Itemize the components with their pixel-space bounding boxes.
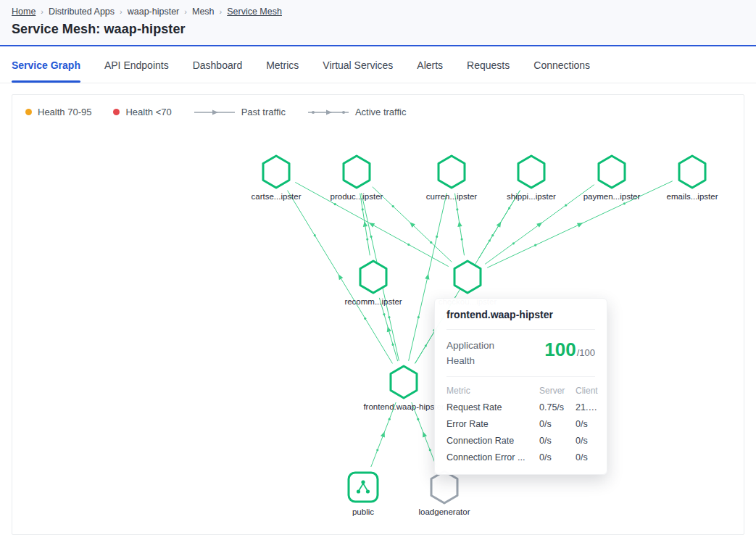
tooltip-table-cell: Error Rate xyxy=(446,419,539,429)
tooltip-table-cell: Request Rate xyxy=(446,402,539,412)
legend-label: Health <70 xyxy=(125,107,171,117)
tab-connections[interactable]: Connections xyxy=(533,48,590,83)
tooltip-table-cell: Connection Error ... xyxy=(446,452,539,463)
hexagon-service-icon xyxy=(357,259,390,295)
hexagon-service-icon xyxy=(451,259,484,295)
tooltip-table-header: Server xyxy=(539,386,576,396)
tooltip-health-max: /100 xyxy=(577,347,595,358)
graph-node-cart[interactable] xyxy=(259,154,293,190)
tooltip-table-cell: Connection Rate xyxy=(446,436,539,446)
hexagon-service-icon xyxy=(515,154,548,190)
tab-api-endpoints[interactable]: API Endpoints xyxy=(104,48,169,83)
legend-label: Active traffic xyxy=(355,107,407,117)
edge-loadgenerator-frontend xyxy=(412,402,436,467)
tab-dashboard[interactable]: Dashboard xyxy=(193,48,243,83)
graph-node-currency[interactable] xyxy=(435,154,468,190)
legend-item-active-traffic: Active traffic xyxy=(307,107,407,117)
graph-node-label-loadgenerator[interactable]: loadgenerator xyxy=(390,507,499,516)
tooltip-table-cell: 0/s xyxy=(576,436,598,446)
tooltip-health-label: Application Health xyxy=(446,339,519,369)
edge-public-frontend xyxy=(371,402,396,467)
hexagon-service-icon xyxy=(259,154,293,190)
hexagon-service-icon xyxy=(387,364,420,400)
tab-metrics[interactable]: Metrics xyxy=(266,48,299,83)
legend-item-past-traffic: Past traffic xyxy=(194,107,286,117)
breadcrumb-separator: › xyxy=(41,7,43,16)
legend-item-health-70-95: Health 70-95 xyxy=(25,107,91,117)
edge-checkout-currency xyxy=(455,194,465,256)
tooltip-table-cell: 21.7/s xyxy=(576,402,598,412)
past-traffic-line-icon xyxy=(194,109,236,116)
tooltip-table-cell: 0/s xyxy=(539,436,576,446)
tooltip-table-header: Client xyxy=(576,386,598,396)
hexagon-service-icon xyxy=(435,154,468,190)
tab-bar: Service GraphAPI EndpointsDashboardMetri… xyxy=(0,48,756,83)
active-traffic-line-icon xyxy=(307,109,349,116)
graph-node-public[interactable] xyxy=(346,470,380,504)
graph-node-product[interactable] xyxy=(340,154,373,190)
breadcrumb-item-service-mesh[interactable]: Service Mesh xyxy=(227,7,282,17)
edge-frontend-recommendation xyxy=(379,298,397,361)
tooltip-table-cell: 0.75/s xyxy=(539,402,576,412)
tab-service-graph[interactable]: Service Graph xyxy=(12,48,80,83)
graph-node-recommendation[interactable] xyxy=(357,259,390,295)
gateway-icon xyxy=(346,470,380,504)
breadcrumb: Home›Distributed Apps›waap-hipster›Mesh›… xyxy=(12,7,744,17)
hexagon-service-icon xyxy=(340,154,373,190)
graph-node-frontend[interactable] xyxy=(387,364,420,400)
breadcrumb-item-distributed-apps[interactable]: Distributed Apps xyxy=(49,7,115,17)
tab-requests[interactable]: Requests xyxy=(467,48,510,83)
breadcrumb-item-mesh[interactable]: Mesh xyxy=(192,7,215,17)
page-title: Service Mesh: waap-hipster xyxy=(12,22,744,37)
legend-label: Health 70-95 xyxy=(38,107,91,117)
breadcrumb-item-home[interactable]: Home xyxy=(12,7,36,17)
legend-item-health-70: Health <70 xyxy=(113,107,171,117)
tooltip-service-name: frontend.waap-hipster xyxy=(446,309,595,330)
tooltip-table-cell: 0/s xyxy=(539,452,576,463)
hexagon-service-icon xyxy=(595,154,628,190)
tooltip-health: Application Health 100 /100 xyxy=(446,339,595,377)
hexagon-service-icon xyxy=(676,154,709,190)
legend-dot-icon xyxy=(113,109,120,115)
graph-node-shipping[interactable] xyxy=(515,154,548,190)
breadcrumb-separator: › xyxy=(120,7,122,16)
graph-node-email[interactable] xyxy=(676,154,709,190)
tooltip-table-cell: 0/s xyxy=(576,452,598,463)
tooltip-table-cell: 0/s xyxy=(576,419,598,429)
legend-label: Past traffic xyxy=(241,107,286,117)
service-graph-panel: Health 70-95Health <70Past trafficActive… xyxy=(12,94,744,535)
graph-node-label-product[interactable]: produc...ipster xyxy=(302,192,411,201)
graph-node-checkout[interactable] xyxy=(451,259,484,295)
tooltip-table-cell: 0/s xyxy=(539,419,576,429)
graph-edges xyxy=(12,95,744,534)
tab-alerts[interactable]: Alerts xyxy=(417,48,443,83)
breadcrumb-item-waap-hipster[interactable]: waap-hipster xyxy=(128,7,180,17)
tooltip-health-value: 100 xyxy=(544,339,576,361)
breadcrumb-separator: › xyxy=(220,7,223,16)
breadcrumb-separator: › xyxy=(184,7,187,16)
node-tooltip: frontend.waap-hipster Application Health… xyxy=(434,298,607,475)
page-header: Home›Distributed Apps›waap-hipster›Mesh›… xyxy=(0,0,756,46)
tooltip-metrics-table: MetricServerClientRequest Rate0.75/s21.7… xyxy=(446,386,595,463)
graph-node-label-email[interactable]: emails...ipster xyxy=(638,192,747,201)
graph-node-label-recommendation[interactable]: recomm...ipster xyxy=(319,297,428,306)
graph-legend: Health 70-95Health <70Past trafficActive… xyxy=(25,107,406,117)
graph-node-payment[interactable] xyxy=(595,154,628,190)
tooltip-table-header: Metric xyxy=(446,386,539,396)
tab-virtual-services[interactable]: Virtual Services xyxy=(323,48,393,83)
service-graph[interactable]: cartse...ipsterproduc...ipstercurren...i… xyxy=(12,95,744,534)
legend-dot-icon xyxy=(25,109,32,115)
